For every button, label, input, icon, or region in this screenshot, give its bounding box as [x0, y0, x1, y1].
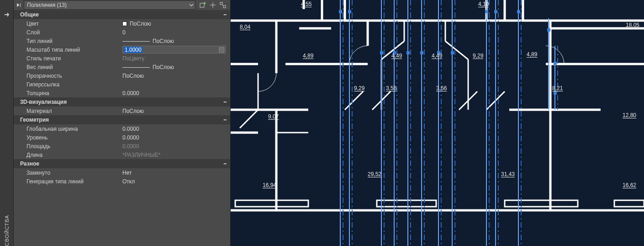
- dim-text: 8,21: [552, 85, 563, 91]
- dim-text: 4,89: [303, 53, 313, 59]
- prop-linetype-generation[interactable]: Генерация типа линийОткл: [14, 177, 230, 186]
- selection-value: Полилиния (13): [27, 2, 67, 8]
- dim-text: 16,94: [263, 182, 276, 188]
- dim-text: 8,04: [240, 24, 250, 30]
- floor-plan-drawing: .w5{stroke:#fff;stroke-width:5;fill:none…: [231, 0, 644, 246]
- svg-rect-43: [451, 51, 454, 54]
- add-selection-icon[interactable]: [199, 1, 206, 9]
- prop-elevation[interactable]: Уровень0.0000: [14, 133, 230, 142]
- prop-linetype-scale[interactable]: Масштаб типа линий1.0000: [14, 45, 230, 54]
- collapse-toggle-icon: −: [223, 11, 227, 18]
- linetype-preview-icon: [122, 41, 150, 42]
- svg-rect-2: [220, 2, 222, 5]
- svg-rect-45: [494, 10, 497, 13]
- svg-rect-3: [223, 5, 226, 8]
- category-geometry[interactable]: Геометрия−: [14, 115, 230, 124]
- prop-global-width[interactable]: Глобальная ширина0.0000: [14, 124, 230, 133]
- quick-select-icon[interactable]: [219, 1, 227, 9]
- dim-text: 9,07: [268, 113, 279, 120]
- pin-icon: [4, 11, 10, 18]
- selection-row: Полилиния (13): [14, 0, 230, 10]
- dim-text: 12,80: [623, 112, 636, 118]
- prop-hyperlink[interactable]: Гиперссылка: [14, 80, 230, 89]
- collapse-icon[interactable]: [16, 2, 22, 8]
- panel-toolbar: [197, 1, 228, 9]
- drawing-canvas[interactable]: .w5{stroke:#fff;stroke-width:5;fill:none…: [231, 0, 644, 246]
- dim-text: 4,49: [432, 53, 442, 59]
- prop-linetype[interactable]: Тип линийПоСлою: [14, 37, 230, 45]
- lineweight-preview-icon: [122, 67, 150, 68]
- color-swatch-icon: [122, 21, 127, 26]
- dim-text: 4,10: [478, 1, 489, 7]
- svg-rect-44: [485, 10, 488, 13]
- prop-material[interactable]: МатериалПоСлою: [14, 107, 230, 115]
- category-general[interactable]: Общие−: [14, 10, 230, 19]
- svg-rect-36: [339, 10, 342, 13]
- svg-rect-1: [200, 3, 204, 7]
- prop-color[interactable]: ЦветПоСлою: [14, 19, 230, 28]
- dim-text: 3,56: [386, 85, 396, 91]
- dim-text: 18,05: [626, 22, 639, 28]
- dim-text: 9,29: [473, 53, 483, 59]
- svg-rect-46: [517, 10, 520, 13]
- collapse-toggle-icon: −: [223, 117, 227, 123]
- prop-layer[interactable]: Слой0: [14, 28, 230, 37]
- svg-rect-49: [554, 91, 557, 95]
- svg-rect-0: [20, 3, 21, 7]
- svg-rect-10: [614, 200, 644, 207]
- properties-sidebar-tab[interactable]: СВОЙСТВА: [0, 0, 14, 246]
- calculator-icon[interactable]: [219, 47, 224, 53]
- prop-thickness[interactable]: Толщина0.0000: [14, 89, 230, 97]
- svg-rect-47: [547, 28, 550, 32]
- svg-rect-8: [377, 200, 436, 207]
- properties-panel: Полилиния (13) Общие− ЦветПоСлою Слой0 Т…: [14, 0, 231, 246]
- dim-text: 16,62: [623, 182, 636, 188]
- svg-rect-9: [505, 200, 578, 207]
- svg-rect-38: [380, 51, 383, 54]
- dim-text: 4,55: [301, 1, 311, 7]
- linetype-scale-input: 1.0000: [122, 46, 226, 53]
- svg-rect-4: [219, 48, 224, 52]
- prop-lineweight[interactable]: Вес линийПоСлою: [14, 63, 230, 71]
- prop-transparency[interactable]: ПрозрачностьПоСлою: [14, 71, 230, 80]
- sidebar-title: СВОЙСТВА: [4, 201, 10, 246]
- dim-text: 9,29: [354, 85, 364, 91]
- dim-text: 3,56: [436, 85, 447, 91]
- dim-text: 31,43: [501, 171, 515, 177]
- prop-length[interactable]: Длина*РАЗЛИЧНЫЕ*: [14, 150, 230, 159]
- dim-text: 4,49: [391, 53, 402, 59]
- svg-rect-40: [406, 51, 410, 54]
- prop-area[interactable]: Площадь0.0000: [14, 142, 230, 150]
- category-misc[interactable]: Разное−: [14, 159, 230, 168]
- selection-combo[interactable]: Полилиния (13): [24, 0, 195, 10]
- collapse-toggle-icon: −: [223, 99, 227, 105]
- dim-text: 4,89: [527, 51, 537, 58]
- dim-text: 29,52: [368, 171, 381, 177]
- svg-rect-7: [235, 200, 308, 207]
- collapse-toggle-icon: −: [223, 160, 227, 167]
- prop-closed[interactable]: ЗамкнутоНет: [14, 168, 230, 177]
- svg-rect-48: [554, 62, 557, 65]
- chevron-down-icon: [189, 2, 194, 8]
- pick-icon[interactable]: [209, 1, 216, 9]
- svg-rect-37: [348, 10, 351, 13]
- category-3d-visualization[interactable]: 3D-визуализация−: [14, 97, 230, 107]
- svg-rect-41: [420, 51, 423, 54]
- prop-plot-style[interactable]: Стиль печатиПоЦвету: [14, 54, 230, 63]
